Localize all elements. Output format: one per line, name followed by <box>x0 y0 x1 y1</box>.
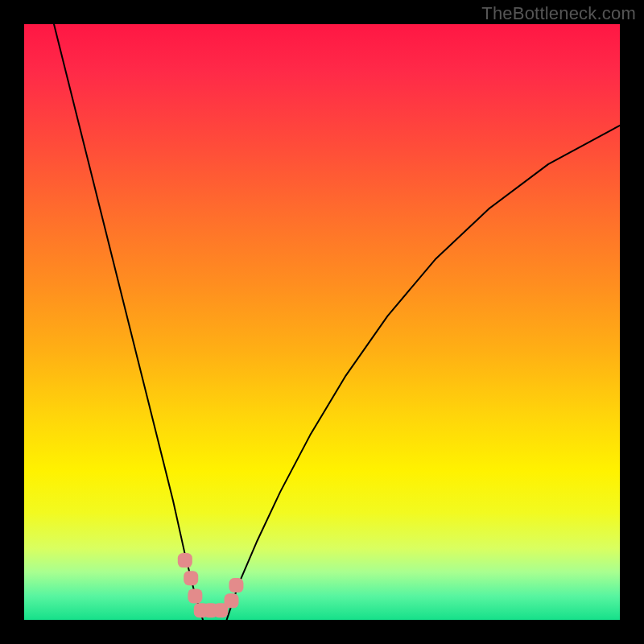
series-right-curve <box>227 126 620 620</box>
marker-point <box>184 571 198 585</box>
marker-point <box>188 588 202 603</box>
series-left-curve <box>54 24 203 620</box>
marker-point <box>225 593 239 608</box>
chart-plot-area <box>24 24 620 620</box>
marker-point <box>178 553 192 568</box>
watermark-text: TheBottleneck.com <box>481 3 636 24</box>
chart-curves-svg <box>24 24 620 620</box>
marker-point <box>229 578 243 592</box>
